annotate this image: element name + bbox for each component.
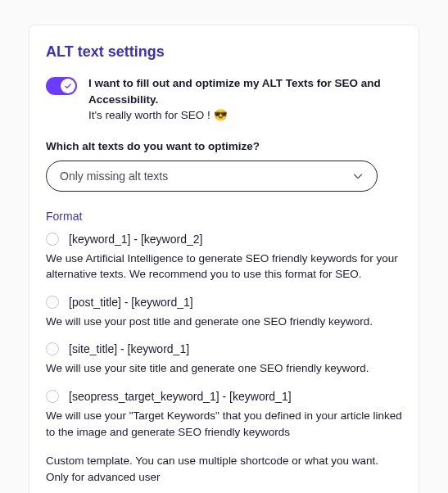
optimize-label: Which alt texts do you want to optimize? xyxy=(46,140,402,152)
radio-input[interactable] xyxy=(46,296,59,309)
enable-toggle-row: I want to fill out and optimize my ALT T… xyxy=(46,75,402,124)
toggle-description: I want to fill out and optimize my ALT T… xyxy=(88,75,402,124)
radio-input[interactable] xyxy=(46,233,59,246)
format-section-label: Format xyxy=(46,210,402,223)
format-option-seopress-target[interactable]: [seopress_target_keyword_1] - [keyword_1… xyxy=(46,390,402,403)
format-option-label: [post_title] - [keyword_1] xyxy=(69,296,193,309)
format-option-desc: We will use your "Target Keywords" that … xyxy=(46,408,402,440)
format-option-post-title[interactable]: [post_title] - [keyword_1] xyxy=(46,296,402,309)
custom-template-desc: Custom template. You can use multiple sh… xyxy=(46,453,402,485)
toggle-line1: I want to fill out and optimize my ALT T… xyxy=(88,77,381,106)
toggle-line2: It's really worth for SEO ! 😎 xyxy=(88,109,228,121)
radio-input[interactable] xyxy=(46,342,59,355)
format-option-label: [keyword_1] - [keyword_2] xyxy=(69,233,202,246)
chevron-down-icon xyxy=(352,170,364,182)
toggle-knob xyxy=(61,79,75,93)
radio-input[interactable] xyxy=(46,390,59,403)
format-option-label: [seopress_target_keyword_1] - [keyword_1… xyxy=(69,390,292,403)
optimize-select[interactable]: Only missing alt texts xyxy=(46,161,378,192)
alt-text-settings-card: ALT text settings I want to fill out and… xyxy=(29,25,419,493)
check-icon xyxy=(64,82,72,90)
format-option-desc: We will use your post title and generate… xyxy=(46,314,402,330)
format-option-site-title[interactable]: [site_title] - [keyword_1] xyxy=(46,342,402,355)
format-option-desc: We use Artificial Intelligence to genera… xyxy=(46,251,402,283)
format-option-keywords[interactable]: [keyword_1] - [keyword_2] xyxy=(46,233,402,246)
card-title: ALT text settings xyxy=(46,43,402,61)
optimize-selected-value: Only missing alt texts xyxy=(60,170,168,183)
format-option-desc: We will use your site title and generate… xyxy=(46,360,402,377)
enable-toggle[interactable] xyxy=(46,77,77,95)
format-option-label: [site_title] - [keyword_1] xyxy=(69,342,189,355)
